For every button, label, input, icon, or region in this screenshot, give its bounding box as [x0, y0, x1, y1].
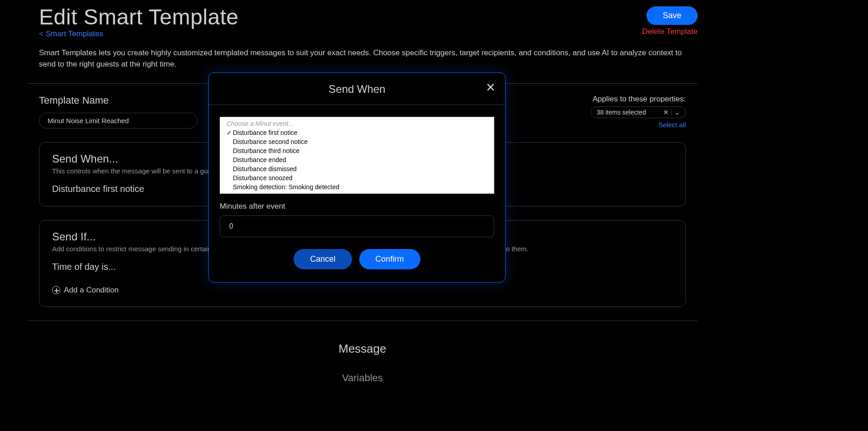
dropdown-option[interactable]: Disturbance ended: [220, 155, 494, 164]
send-when-modal: Send When ✕ Choose a Minut event... ✓Dis…: [208, 72, 506, 283]
plus-icon: [52, 286, 60, 294]
dropdown-option-label: Disturbance first notice: [233, 129, 297, 136]
template-name-input[interactable]: Minut Noise Limit Reached: [39, 113, 198, 129]
save-button[interactable]: Save: [646, 6, 698, 25]
dropdown-option-label: Disturbance snoozed: [233, 174, 293, 182]
dropdown-option-label: Disturbance ended: [233, 156, 286, 163]
dropdown-option[interactable]: ✓Disturbance first notice: [220, 128, 494, 137]
delete-template-link[interactable]: Delete Template: [642, 27, 698, 36]
applies-properties-select[interactable]: 38 items selected ✕ ⌄: [591, 106, 686, 118]
page-description: Smart Templates lets you create highly c…: [39, 48, 686, 70]
dropdown-option[interactable]: Disturbance second notice: [220, 137, 494, 146]
dropdown-option[interactable]: Disturbance dismissed: [220, 164, 494, 173]
close-icon[interactable]: ✕: [485, 83, 496, 94]
applies-label: Applies to these properties:: [591, 95, 686, 104]
add-condition-button[interactable]: Add a Condition: [52, 286, 673, 295]
check-icon: ✓: [227, 129, 233, 136]
chevron-down-icon[interactable]: ⌄: [672, 109, 683, 116]
dropdown-placeholder: Choose a Minut event...: [220, 119, 494, 128]
confirm-button[interactable]: Confirm: [359, 249, 420, 269]
message-heading: Message: [27, 342, 698, 356]
breadcrumb[interactable]: < Smart Templates: [39, 29, 698, 38]
cancel-button[interactable]: Cancel: [294, 249, 352, 269]
divider: [27, 321, 698, 321]
applies-selected-text: 38 items selected: [597, 109, 646, 116]
dropdown-option[interactable]: Disturbance third notice: [220, 146, 494, 155]
variables-heading: Variables: [27, 372, 698, 384]
dropdown-option-label: Smoking detection: Smoking detected: [233, 183, 339, 191]
dropdown-option-label: Disturbance third notice: [233, 147, 299, 154]
page-title: Edit Smart Template: [39, 5, 698, 29]
modal-title: Send When: [328, 83, 385, 95]
template-name-label: Template Name: [39, 95, 198, 106]
select-all-link[interactable]: Select all: [591, 121, 686, 129]
minutes-after-label: Minutes after event: [220, 202, 494, 211]
dropdown-option-label: Disturbance second notice: [233, 138, 308, 145]
event-select-dropdown[interactable]: Choose a Minut event... ✓Disturbance fir…: [220, 117, 494, 194]
dropdown-option[interactable]: Disturbance snoozed: [220, 173, 494, 182]
dropdown-option-label: Disturbance dismissed: [233, 165, 297, 172]
clear-icon[interactable]: ✕: [661, 109, 672, 116]
minutes-after-input[interactable]: [220, 216, 494, 237]
dropdown-option[interactable]: Smoking detection: Smoking detected: [220, 182, 494, 192]
